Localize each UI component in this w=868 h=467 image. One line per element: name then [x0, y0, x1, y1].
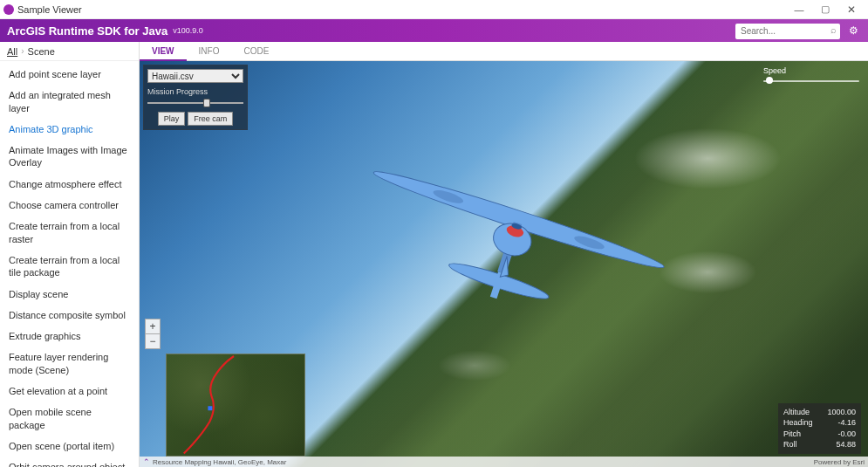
gear-icon: ⚙ [849, 24, 858, 37]
window-titlebar: Sample Viewer — ▢ ✕ [0, 0, 868, 19]
tab-view[interactable]: VIEW [140, 43, 187, 61]
app-header: ArcGIS Runtime SDK for Java v100.9.0 ⌕ ⚙ [0, 19, 868, 42]
roll-value: 54.88 [836, 439, 856, 450]
sidebar-item-sample[interactable]: Open mobile scene package [0, 402, 139, 435]
flight-stats-panel: Altitude1000.00 Heading-4.16 Pitch-0.00 … [778, 403, 861, 454]
maximize-button[interactable]: ▢ [812, 3, 838, 15]
heading-label: Heading [783, 417, 813, 429]
sidebar-item-sample[interactable]: Orbit camera around object [0, 457, 139, 467]
attribution-source: Resource Mapping Hawaii, GeoEye, Maxar [153, 458, 814, 466]
heading-value: -4.16 [837, 417, 856, 429]
speed-control: Speed [763, 66, 859, 86]
tabs: VIEW INFO CODE [140, 42, 868, 61]
altitude-label: Altitude [783, 407, 810, 418]
sidebar-item-sample[interactable]: Change atmosphere effect [0, 175, 139, 194]
sidebar-item-sample[interactable]: Animate Images with Image Overlay [0, 141, 139, 173]
speed-slider[interactable] [763, 77, 859, 86]
minimap-plane-icon [208, 406, 212, 410]
sidebar-item-sample[interactable]: Get elevation at a point [0, 381, 139, 401]
sidebar: All › Scene Add point scene layerAdd an … [0, 42, 140, 467]
scene-view[interactable]: Hawaii.csv Mission Progress Play Free ca… [140, 61, 868, 467]
speed-label: Speed [763, 66, 859, 75]
sidebar-item-sample[interactable]: Animate 3D graphic [0, 120, 139, 139]
mission-progress-label: Mission Progress [147, 87, 243, 96]
sidebar-item-sample[interactable]: Create terrain from a local raster [0, 216, 139, 249]
roll-label: Roll [783, 439, 797, 450]
window-title: Sample Viewer [17, 4, 786, 15]
breadcrumb: All › Scene [0, 42, 139, 61]
search-input[interactable] [735, 24, 840, 39]
search-wrap: ⌕ [735, 22, 840, 39]
minimize-button[interactable]: — [786, 4, 812, 15]
settings-button[interactable]: ⚙ [845, 23, 861, 38]
tab-info[interactable]: INFO [187, 42, 232, 60]
sample-list: Add point scene layerAdd an integrated m… [0, 61, 139, 467]
mission-dropdown[interactable]: Hawaii.csv [147, 69, 243, 83]
chevron-right-icon: › [21, 46, 24, 56]
sidebar-item-sample[interactable]: Add an integrated mesh layer [0, 86, 139, 118]
search-icon: ⌕ [830, 24, 837, 35]
app-icon [3, 4, 14, 15]
zoom-controls: + − [145, 319, 161, 349]
attribution-powered: Powered by Esri [814, 458, 865, 466]
pitch-value: -0.00 [837, 429, 856, 440]
version-label: v100.9.0 [173, 26, 203, 35]
brand-title: ArcGIS Runtime SDK for Java [7, 24, 167, 38]
minimap[interactable] [166, 354, 305, 457]
breadcrumb-current: Scene [28, 46, 55, 57]
pitch-label: Pitch [783, 429, 801, 440]
sidebar-item-sample[interactable]: Open scene (portal item) [0, 436, 139, 456]
camera-toggle-button[interactable]: Free cam [188, 112, 233, 126]
zoom-out-button[interactable]: − [145, 333, 161, 349]
sidebar-item-sample[interactable]: Create terrain from a local tile package [0, 251, 139, 283]
attribution-bar: ⌃ Resource Mapping Hawaii, GeoEye, Maxar… [140, 457, 868, 467]
sidebar-item-sample[interactable]: Extrude graphics [0, 326, 139, 346]
sidebar-item-sample[interactable]: Feature layer rendering mode (Scene) [0, 347, 139, 380]
chevron-up-icon[interactable]: ⌃ [143, 457, 150, 466]
play-button[interactable]: Play [158, 112, 186, 126]
main-area: VIEW INFO CODE [140, 42, 868, 467]
breadcrumb-root[interactable]: All [7, 46, 17, 57]
sidebar-item-sample[interactable]: Choose camera controller [0, 196, 139, 215]
tab-code[interactable]: CODE [231, 42, 281, 60]
sidebar-item-sample[interactable]: Display scene [0, 285, 139, 304]
close-button[interactable]: ✕ [838, 3, 865, 16]
sidebar-item-sample[interactable]: Add point scene layer [0, 65, 139, 84]
mission-control-panel: Hawaii.csv Mission Progress Play Free ca… [143, 65, 248, 130]
mission-progress-slider[interactable] [147, 98, 243, 108]
sidebar-item-sample[interactable]: Distance composite symbol [0, 306, 139, 325]
altitude-value: 1000.00 [827, 407, 856, 418]
zoom-in-button[interactable]: + [145, 319, 161, 334]
